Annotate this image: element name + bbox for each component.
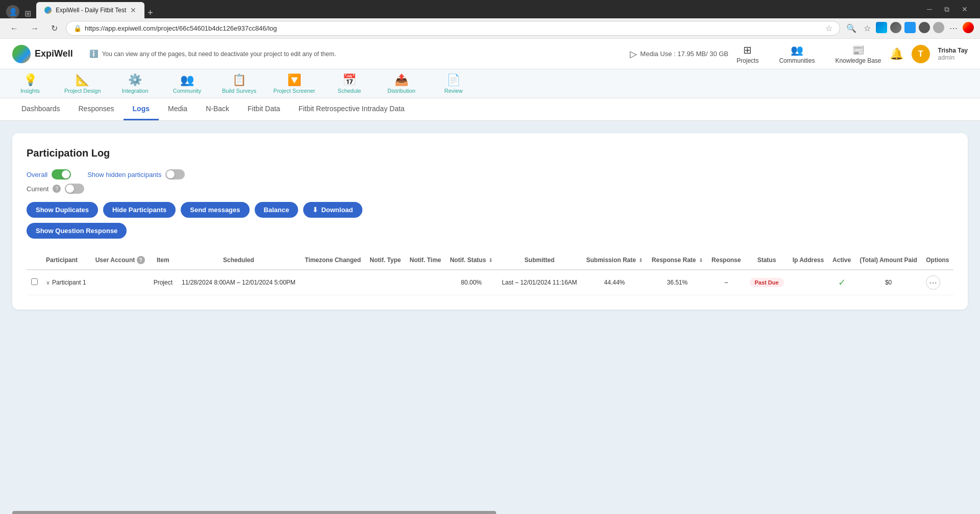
refresh-btn[interactable]: ↻ [47,21,62,35]
lock-icon: 🔒 [74,24,82,32]
nav-insights[interactable]: 💡 Insights [12,73,48,94]
tab-dashboards[interactable]: Dashboards [12,98,69,120]
bookmark-icon[interactable]: ☆ [825,23,832,33]
distribution-label: Distribution [387,88,415,94]
show-hidden-toggle[interactable] [165,169,185,179]
nav-integration[interactable]: ⚙️ Integration [117,73,153,94]
col-ip-address: Ip Address [788,251,828,270]
row-submitted: Last – 12/01/2024 11:16AM [497,270,582,295]
browser-extensions-icon[interactable]: ⊞ [24,9,31,18]
tab-fitbit-data[interactable]: Fitbit Data [238,98,289,120]
address-bar[interactable]: 🔒 https://app.expiwell.com/project/66c54… [66,21,840,36]
nav-project-screener[interactable]: 🔽 Project Screener [274,73,315,94]
col-notif-time: Notif. Time [405,251,446,270]
response-rate-sort[interactable]: ⬇ [699,258,703,263]
overall-label: Overall [27,171,47,178]
row-active: ✓ [828,270,855,295]
nav-schedule[interactable]: 📅 Schedule [331,73,367,94]
active-tab[interactable]: ExpiWell - Daily Fitbit Test ✕ [36,2,144,18]
table-row: ∨ Participant 1 Project 11/28/2024 8:00A… [27,270,953,295]
tab-logs[interactable]: Logs [124,98,159,120]
edge-accent-icon [963,22,974,35]
user-info: Trisha Tay admin [938,47,968,61]
search-icon[interactable]: 🔍 [844,21,859,35]
browser-chrome: 👤 ⊞ ExpiWell - Daily Fitbit Test ✕ + ─ ⧉… [0,0,980,18]
browser-profile[interactable]: 👤 [6,5,19,18]
back-btn[interactable]: ← [6,22,22,35]
new-tab-btn[interactable]: + [148,8,153,18]
show-hidden-toggle-knob [166,170,175,178]
col-total-amount-paid: (Total) Amount Paid [855,251,921,270]
star-icon[interactable]: ☆ [862,21,873,35]
nav-review[interactable]: 📄 Review [435,73,471,94]
row-ip-address [788,270,828,295]
browser-extension-icons: 🔍 ☆ ⋯ [844,21,974,35]
build-surveys-label: Build Surveys [222,88,256,94]
logo-text: ExpiWell [35,48,73,59]
overall-toggle[interactable] [52,169,71,179]
user-role: admin [938,54,968,61]
insights-label: Insights [20,88,40,94]
current-help-icon[interactable]: ? [53,185,61,193]
current-toggle[interactable] [65,184,84,194]
communities-icon: 👥 [791,44,803,56]
overall-toggle-knob [62,170,70,178]
tab-title: ExpiWell - Daily Fitbit Test [56,7,126,14]
tab-media[interactable]: Media [159,98,197,120]
header-nav-main: ⊞ Projects 👥 Communities 📰 Knowledge Bas… [737,44,881,64]
row-checkbox[interactable] [31,278,38,285]
tab-n-back[interactable]: N-Back [197,98,238,120]
col-notif-type: Notif. Type [365,251,405,270]
participation-table: Participant User Account ? Item Schedule… [27,251,953,295]
download-btn[interactable]: ⬇ Download [303,202,362,218]
user-avatar[interactable]: T [912,45,930,63]
more-options-icon[interactable]: ⋯ [947,21,960,35]
project-nav: 💡 Insights 📐 Project Design ⚙️ Integrati… [0,69,980,98]
restore-btn[interactable]: ⧉ [938,0,955,18]
send-messages-btn[interactable]: Send messages [181,202,249,218]
action-buttons-row1: Show Duplicates Hide Participants Send m… [27,202,953,218]
show-question-response-btn[interactable]: Show Question Response [27,223,127,239]
tab-close-btn[interactable]: ✕ [130,6,136,14]
projects-label: Projects [737,57,758,64]
submission-rate-sort[interactable]: ⬇ [639,258,643,263]
browser-tabs-area: 👤 ⊞ ExpiWell - Daily Fitbit Test ✕ + [6,0,921,18]
build-surveys-icon: 📋 [232,73,246,87]
nav-distribution[interactable]: 📤 Distribution [383,73,419,94]
communities-nav[interactable]: 👥 Communities [779,44,815,64]
media-use-text: Media Use : 17.95 MB/ 30 GB [640,50,728,58]
notif-status-sort[interactable]: ⬇ [488,258,493,263]
nav-community[interactable]: 👥 Community [169,73,205,94]
app-header: ExpiWell ℹ️ You can view any of the page… [0,39,980,69]
options-btn[interactable]: ⋯ [926,275,940,290]
action-buttons-row2: Show Question Response [27,223,953,239]
balance-btn[interactable]: Balance [255,202,299,218]
row-participant: ∨ Participant 1 [42,270,91,295]
tab-responses[interactable]: Responses [69,98,124,120]
main-content: Participation Log Overall Show hidden pa… [0,121,980,322]
project-screener-icon: 🔽 [287,73,301,87]
row-item: Project [149,270,177,295]
tab-fitbit-retrospective[interactable]: Fitbit Retrospective Intraday Data [289,98,414,120]
user-account-help-icon[interactable]: ? [137,256,145,264]
col-timezone-changed: Timezone Changed [300,251,365,270]
nav-project-design[interactable]: 📐 Project Design [64,73,101,94]
show-duplicates-btn[interactable]: Show Duplicates [27,202,98,218]
user-name: Trisha Tay [938,47,968,54]
hide-participants-btn[interactable]: Hide Participants [103,202,176,218]
current-label: Current [27,185,48,193]
media-use: ▷ Media Use : 17.95 MB/ 30 GB [630,48,728,60]
participant-expand: ∨ Participant 1 [46,279,87,286]
projects-nav[interactable]: ⊞ Projects [737,44,758,64]
minimize-btn[interactable]: ─ [921,0,938,18]
communities-label: Communities [779,57,815,64]
participant-chevron[interactable]: ∨ [46,279,50,286]
notification-bell[interactable]: 🔔 [890,47,903,61]
close-btn[interactable]: ✕ [955,0,974,18]
integration-icon: ⚙️ [128,73,142,87]
forward-btn[interactable]: → [27,22,43,35]
knowledge-base-nav[interactable]: 📰 Knowledge Base [835,44,881,64]
logo-area: ExpiWell [12,45,73,63]
nav-build-surveys[interactable]: 📋 Build Surveys [222,73,257,94]
row-notif-status: 80.00% [446,270,497,295]
